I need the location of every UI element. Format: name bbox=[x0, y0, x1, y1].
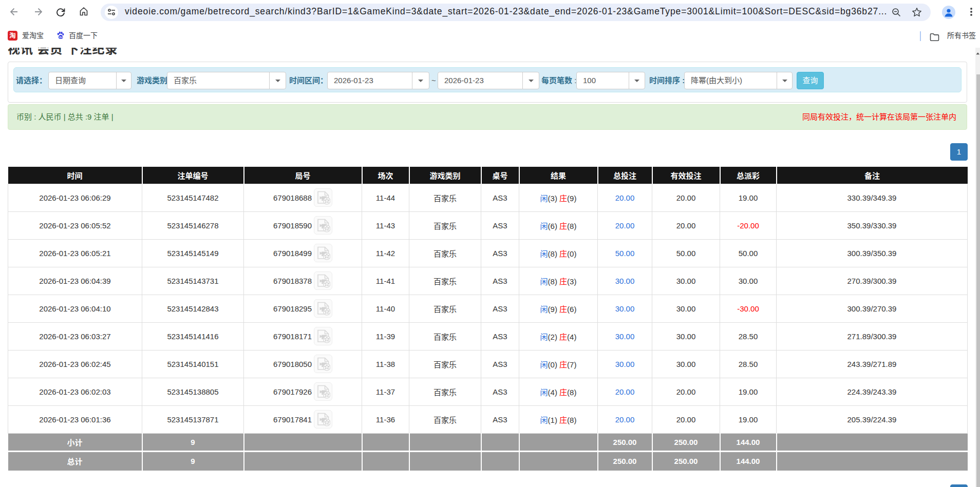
svg-text:淘: 淘 bbox=[9, 31, 15, 40]
svg-text:du: du bbox=[59, 35, 63, 38]
